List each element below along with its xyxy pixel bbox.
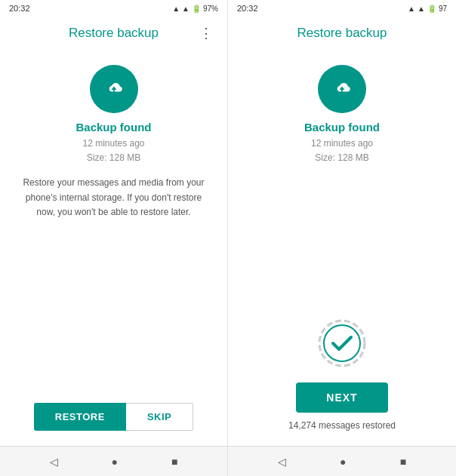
top-bar-2: Restore backup bbox=[228, 17, 456, 50]
cloud-upload-icon-bg-2 bbox=[318, 65, 366, 113]
svg-point-3 bbox=[324, 325, 360, 361]
next-button[interactable]: NEXT bbox=[296, 382, 387, 413]
status-time-1: 20:32 bbox=[9, 4, 30, 13]
restore-button[interactable]: RESTORE bbox=[34, 403, 126, 431]
battery-icon-2: 🔋 bbox=[427, 5, 436, 13]
wifi-icon-2: ▲ bbox=[417, 5, 425, 13]
home-nav-icon-2[interactable]: ● bbox=[340, 456, 346, 468]
recent-nav-icon-2[interactable]: ■ bbox=[400, 456, 406, 468]
check-circle-svg bbox=[315, 316, 369, 370]
content-area-2: Backup found 12 minutes ago Size: 128 MB bbox=[228, 50, 456, 191]
signal-icon: ▲ bbox=[172, 5, 180, 13]
backup-meta-2: 12 minutes ago Size: 128 MB bbox=[311, 137, 373, 165]
status-time-2: 20:32 bbox=[237, 4, 258, 13]
bottom-buttons-1: RESTORE SKIP bbox=[0, 395, 227, 446]
page-title-1: Restore backup bbox=[30, 26, 197, 41]
back-nav-icon[interactable]: ◁ bbox=[50, 456, 58, 468]
restored-label: 14,274 messages restored bbox=[288, 420, 396, 431]
content-area-1: Backup found 12 minutes ago Size: 128 MB… bbox=[0, 50, 227, 230]
success-check-icon bbox=[315, 316, 369, 370]
signal-icon-2: ▲ bbox=[408, 5, 415, 13]
backup-found-label-2: Backup found bbox=[304, 121, 380, 134]
status-bar-1: 20:32 ▲ ▲ 🔋 97% bbox=[0, 0, 227, 17]
backup-size-2: Size: 128 MB bbox=[311, 151, 373, 165]
backup-size-1: Size: 128 MB bbox=[82, 151, 144, 165]
screen-1: 20:32 ▲ ▲ 🔋 97% Restore backup ⋮ Backup … bbox=[0, 0, 228, 476]
backup-found-label-1: Backup found bbox=[76, 121, 152, 134]
battery-percent-2: 97 bbox=[439, 5, 447, 13]
back-nav-icon-2[interactable]: ◁ bbox=[278, 456, 286, 468]
nav-bar-1: ◁ ● ■ bbox=[0, 446, 227, 476]
cloud-upload-icon-bg bbox=[90, 65, 138, 113]
status-icons-2: ▲ ▲ 🔋 97 bbox=[408, 5, 447, 13]
battery-icon: 🔋 bbox=[192, 5, 201, 13]
wifi-icon: ▲ bbox=[182, 5, 189, 13]
status-bar-2: 20:32 ▲ ▲ 🔋 97 bbox=[228, 0, 456, 17]
battery-percent: 97% bbox=[203, 5, 218, 13]
more-options-icon[interactable]: ⋮ bbox=[197, 25, 215, 41]
backup-meta-1: 12 minutes ago Size: 128 MB bbox=[82, 137, 144, 165]
top-bar-1: Restore backup ⋮ bbox=[0, 17, 227, 50]
backup-time-1: 12 minutes ago bbox=[82, 137, 144, 151]
nav-bar-2: ◁ ● ■ bbox=[228, 446, 456, 476]
cloud-upload-icon bbox=[100, 75, 128, 103]
home-nav-icon[interactable]: ● bbox=[112, 456, 118, 468]
recent-nav-icon[interactable]: ■ bbox=[171, 456, 177, 468]
success-area: NEXT 14,274 messages restored bbox=[228, 316, 456, 446]
skip-button[interactable]: SKIP bbox=[126, 403, 193, 431]
backup-time-2: 12 minutes ago bbox=[311, 137, 373, 151]
status-icons-1: ▲ ▲ 🔋 97% bbox=[172, 5, 218, 13]
restore-description: Restore your messages and media from you… bbox=[18, 176, 209, 220]
cloud-upload-icon-2 bbox=[328, 75, 356, 103]
screen-2: 20:32 ▲ ▲ 🔋 97 Restore backup Backup fou… bbox=[228, 0, 456, 476]
page-title-2: Restore backup bbox=[258, 26, 426, 41]
